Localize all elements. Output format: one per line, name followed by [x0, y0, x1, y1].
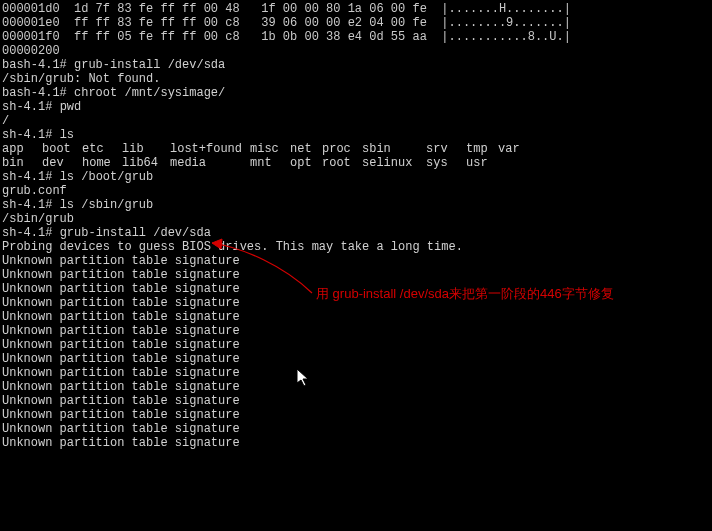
hex-row: 00000200	[2, 44, 60, 58]
prompt-line: sh-4.1# ls /boot/grub	[2, 170, 153, 184]
output-line: /sbin/grub	[2, 212, 74, 226]
repeat-output: Unknown partition table signature Unknow…	[2, 254, 240, 450]
prompt-line: sh-4.1# ls /sbin/grub	[2, 198, 153, 212]
prompt-line: bash-4.1# grub-install /dev/sda	[2, 58, 225, 72]
hex-row: 000001f0 ff ff 05 fe ff ff 00 c8 1b 0b 0…	[2, 30, 571, 44]
hex-row: 000001d0 1d 7f 83 fe ff ff 00 48 1f 00 0…	[2, 2, 571, 16]
terminal-output[interactable]: 000001d0 1d 7f 83 fe ff ff 00 48 1f 00 0…	[0, 0, 712, 454]
output-line: /	[2, 114, 9, 128]
prompt-line: sh-4.1# pwd	[2, 100, 81, 114]
prompt-line: sh-4.1# grub-install /dev/sda	[2, 226, 211, 240]
ls-row: bindevhomelib64mediamntoptrootselinuxsys…	[2, 156, 530, 170]
output-line: Probing devices to guess BIOS drives. Th…	[2, 240, 463, 254]
prompt-line: bash-4.1# chroot /mnt/sysimage/	[2, 86, 225, 100]
prompt-line: sh-4.1# ls	[2, 128, 74, 142]
output-line: grub.conf	[2, 184, 67, 198]
hex-row: 000001e0 ff ff 83 fe ff ff 00 c8 39 06 0…	[2, 16, 571, 30]
ls-row: appbootetcliblost+foundmiscnetprocsbinsr…	[2, 142, 530, 156]
output-line: /sbin/grub: Not found.	[2, 72, 160, 86]
